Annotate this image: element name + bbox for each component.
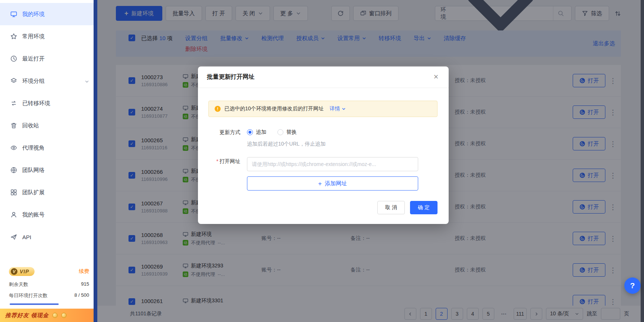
sidebar-item-api[interactable]: API xyxy=(0,226,97,248)
daily-opens-label: 每日环境打开次数 xyxy=(9,292,48,299)
append-radio-option[interactable]: 追加 xyxy=(247,129,266,136)
sidebar-item-label: API xyxy=(22,234,31,240)
grid-icon xyxy=(10,189,17,196)
transfer-icon xyxy=(10,100,17,107)
sidebar-item-label: 最近打开 xyxy=(22,55,45,62)
sidebar-item-my-environments[interactable]: 我的环境 xyxy=(0,3,97,25)
warning-icon: ! xyxy=(215,106,221,112)
add-url-button[interactable]: +添加网址 xyxy=(247,176,418,191)
sidebar-item-label: 环境分组 xyxy=(22,78,45,85)
remaining-days-label: 剩余天数 xyxy=(9,281,28,288)
cancel-button[interactable]: 取 消 xyxy=(377,201,405,214)
warning-text: 已选中的10个环境将使用修改后的打开网址 xyxy=(224,105,324,112)
sidebar-item-transferred-environments[interactable]: 已转移环境 xyxy=(0,92,97,114)
dialog-title: 批量更新打开网址 xyxy=(207,73,254,81)
layers-icon xyxy=(10,78,17,84)
eye-icon xyxy=(10,144,17,151)
vip-panel: V VIP 续费 剩余天数 915 每日环境打开次数 8 / 500 xyxy=(0,267,97,309)
referral-banner[interactable]: 推荐好友 领现金 xyxy=(0,309,97,322)
coin-icon xyxy=(52,313,58,318)
sidebar-item-recently-opened[interactable]: 最近打开 xyxy=(0,48,97,70)
sidebar-item-label: 回收站 xyxy=(22,122,39,129)
trash-icon xyxy=(10,122,17,129)
sidebar: 我的环境 常用环境 最近打开 环境分组 已转移环境 回收站 xyxy=(0,0,97,322)
warning-banner: ! 已选中的10个环境将使用修改后的打开网址 详情 xyxy=(208,101,438,117)
radio-unchecked-icon xyxy=(277,129,283,135)
confirm-button[interactable]: 确 定 xyxy=(410,201,438,214)
sidebar-item-recycle-bin[interactable]: 回收站 xyxy=(0,114,97,137)
vip-logo-icon: V xyxy=(11,268,17,275)
sidebar-scrollbar[interactable] xyxy=(94,0,97,322)
sidebar-item-team-extensions[interactable]: 团队扩展 xyxy=(0,181,97,204)
sidebar-item-environment-groups[interactable]: 环境分组 xyxy=(0,70,97,92)
coin-icon xyxy=(61,313,66,318)
details-link[interactable]: 详情 xyxy=(330,105,346,112)
replace-radio-option[interactable]: 替换 xyxy=(277,129,297,136)
horizontal-scrollbar[interactable] xyxy=(10,303,59,305)
append-hint: 追加后若超过10个URL，停止追加 xyxy=(247,141,438,147)
sidebar-item-label: 我的账号 xyxy=(22,211,45,218)
daily-opens-value: 8 / 500 xyxy=(74,292,89,299)
renew-link[interactable]: 续费 xyxy=(79,268,89,275)
plus-icon: + xyxy=(318,180,322,187)
rocket-icon xyxy=(10,234,17,240)
vip-badge: V VIP xyxy=(9,267,35,276)
person-icon xyxy=(10,211,17,218)
required-asterisk: * xyxy=(217,158,218,164)
sidebar-item-my-account[interactable]: 我的账号 xyxy=(0,204,97,226)
star-icon xyxy=(10,33,17,40)
open-url-input[interactable] xyxy=(247,157,418,171)
radio-checked-icon xyxy=(247,129,253,135)
remaining-days-value: 915 xyxy=(81,281,89,288)
sidebar-item-proxy-view[interactable]: 代理视角 xyxy=(0,137,97,159)
globe-icon xyxy=(10,167,17,173)
sidebar-item-team-network[interactable]: 团队网络 xyxy=(0,159,97,181)
computer-icon xyxy=(10,11,17,17)
update-method-label: 更新方式 xyxy=(208,128,240,136)
help-button[interactable]: ? xyxy=(624,277,641,294)
batch-update-url-dialog: 批量更新打开网址 × ! 已选中的10个环境将使用修改后的打开网址 详情 更新方… xyxy=(198,66,449,224)
clock-icon xyxy=(10,55,17,62)
sidebar-item-label: 团队网络 xyxy=(22,167,45,174)
close-icon[interactable]: × xyxy=(431,72,441,82)
sidebar-item-label: 我的环境 xyxy=(22,11,45,18)
sidebar-item-label: 已转移环境 xyxy=(22,100,50,107)
sidebar-item-label: 常用环境 xyxy=(22,33,45,40)
chevron-down-icon xyxy=(342,107,346,111)
sidebar-item-label: 代理视角 xyxy=(22,144,45,152)
sidebar-item-common-environments[interactable]: 常用环境 xyxy=(0,25,97,48)
chevron-down-icon xyxy=(85,79,89,83)
sidebar-item-label: 团队扩展 xyxy=(22,189,45,196)
open-url-label: *打开网址 xyxy=(208,157,240,171)
